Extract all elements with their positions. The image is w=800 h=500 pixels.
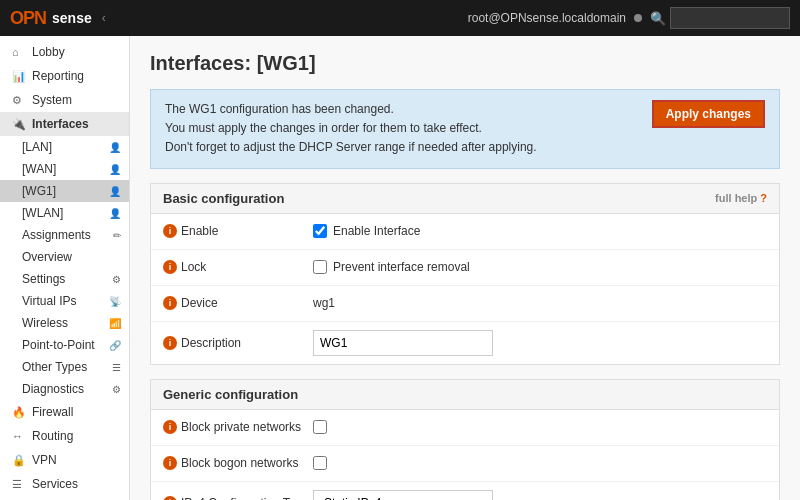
info-icon-ipv4: i [163,496,177,500]
info-icon-private: i [163,420,177,434]
sidebar-item-reporting[interactable]: 📊 Reporting [0,64,129,88]
lock-checkbox[interactable] [313,260,327,274]
wireless-icon: 📶 [109,318,121,329]
ipv4-type-label: i IPv4 Configuration Type [163,496,313,500]
sidebar-label-lan: [LAN] [22,140,52,154]
sidebar-label-assignments: Assignments [22,228,91,242]
alert-banner: The WG1 configuration has been changed. … [150,89,780,169]
search-icon: 🔍 [650,11,666,26]
user-icon-wan: 👤 [109,164,121,175]
alert-line2: You must apply the changes in order for … [165,119,537,138]
lock-row: i Lock Prevent interface removal [151,250,779,286]
sidebar-item-other-types[interactable]: Other Types ☰ [0,356,129,378]
block-bogon-value [313,456,767,470]
ipv4-type-value: None Static IPv4 DHCP PPPoE [313,490,767,500]
sidebar-item-assignments[interactable]: Assignments ✏ [0,224,129,246]
sidebar-item-lan[interactable]: [LAN] 👤 [0,136,129,158]
sidebar-label-wireless: Wireless [22,316,68,330]
sidebar-item-overview[interactable]: Overview [0,246,129,268]
navbar-search: 🔍 [650,7,790,29]
edit-icon: ✏ [113,230,121,241]
sidebar-item-virtual-ips[interactable]: Virtual IPs 📡 [0,290,129,312]
device-value: wg1 [313,296,767,310]
alert-text: The WG1 configuration has been changed. … [165,100,537,158]
ipv4-type-select[interactable]: None Static IPv4 DHCP PPPoE [313,490,493,500]
sidebar-label-wan: [WAN] [22,162,56,176]
sidebar-item-interfaces[interactable]: 🔌 Interfaces [0,112,129,136]
brand-logo: OPN [10,8,46,29]
info-icon-lock: i [163,260,177,274]
main-layout: ⌂ Lobby 📊 Reporting ⚙ System 🔌 Interface… [0,36,800,500]
sidebar-item-services[interactable]: ☰ Services [0,472,129,496]
search-input[interactable] [670,7,790,29]
info-icon-enable: i [163,224,177,238]
lobby-icon: ⌂ [12,46,26,58]
alert-line1: The WG1 configuration has been changed. [165,100,537,119]
sidebar-item-power[interactable]: ⏻ Power [0,496,129,500]
ipv4-type-row: i IPv4 Configuration Type None Static IP… [151,482,779,500]
reporting-icon: 📊 [12,70,26,83]
services-icon: ☰ [12,478,26,491]
network-icon: 📡 [109,296,121,307]
interfaces-icon: 🔌 [12,118,26,131]
sidebar-item-wireless[interactable]: Wireless 📶 [0,312,129,334]
sidebar-label-routing: Routing [32,429,73,443]
sidebar-label-ptp: Point-to-Point [22,338,95,352]
sidebar-item-lobby[interactable]: ⌂ Lobby [0,40,129,64]
sidebar-item-wan[interactable]: [WAN] 👤 [0,158,129,180]
help-circle-icon: ? [760,192,767,204]
sidebar-item-settings[interactable]: Settings ⚙ [0,268,129,290]
full-help[interactable]: full help ? [715,192,767,204]
sidebar-label-reporting: Reporting [32,69,84,83]
navbar: OPN sense ‹ root@OPNsense.localdomain 🔍 [0,0,800,36]
block-bogon-row: i Block bogon networks [151,446,779,482]
generic-config-header: Generic configuration [151,380,779,410]
device-static-text: wg1 [313,296,335,310]
navbar-right: root@OPNsense.localdomain 🔍 [468,7,790,29]
lock-text: Prevent interface removal [333,260,470,274]
basic-config-section: Basic configuration full help ? i Enable… [150,183,780,365]
sidebar-label-wlan: [WLAN] [22,206,63,220]
status-dot [634,14,642,22]
sidebar-item-wlan[interactable]: [WLAN] 👤 [0,202,129,224]
sidebar-item-vpn[interactable]: 🔒 VPN [0,448,129,472]
block-private-value [313,420,767,434]
sidebar: ⌂ Lobby 📊 Reporting ⚙ System 🔌 Interface… [0,36,130,500]
ptp-icon: 🔗 [109,340,121,351]
sidebar-label-virtual-ips: Virtual IPs [22,294,76,308]
sidebar-label-system: System [32,93,72,107]
system-icon: ⚙ [12,94,26,107]
sidebar-label-services: Services [32,477,78,491]
block-private-checkbox[interactable] [313,420,327,434]
info-icon-device: i [163,296,177,310]
sidebar-item-firewall[interactable]: 🔥 Firewall [0,400,129,424]
block-private-label: i Block private networks [163,420,313,434]
enable-checkbox[interactable] [313,224,327,238]
device-label: i Device [163,296,313,310]
firewall-icon: 🔥 [12,406,26,419]
device-row: i Device wg1 [151,286,779,322]
sidebar-item-system[interactable]: ⚙ System [0,88,129,112]
sidebar-label-firewall: Firewall [32,405,73,419]
full-help-text: full help [715,192,757,204]
chevron-left-icon[interactable]: ‹ [102,11,106,25]
content-area: Interfaces: [WG1] The WG1 configuration … [130,36,800,500]
apply-changes-button[interactable]: Apply changes [652,100,765,128]
routing-icon: ↔ [12,430,26,442]
generic-config-section: Generic configuration i Block private ne… [150,379,780,500]
sidebar-label-overview: Overview [22,250,72,264]
enable-value: Enable Interface [313,224,767,238]
sidebar-item-routing[interactable]: ↔ Routing [0,424,129,448]
sidebar-item-ptp[interactable]: Point-to-Point 🔗 [0,334,129,356]
block-bogon-checkbox[interactable] [313,456,327,470]
vpn-icon: 🔒 [12,454,26,467]
lock-label: i Lock [163,260,313,274]
brand-text: sense [52,10,92,26]
description-input[interactable] [313,330,493,356]
generic-config-title: Generic configuration [163,387,298,402]
sidebar-item-diagnostics[interactable]: Diagnostics ⚙ [0,378,129,400]
user-icon: 👤 [109,142,121,153]
sidebar-label-other-types: Other Types [22,360,87,374]
info-icon-desc: i [163,336,177,350]
sidebar-item-wg1[interactable]: [WG1] 👤 [0,180,129,202]
